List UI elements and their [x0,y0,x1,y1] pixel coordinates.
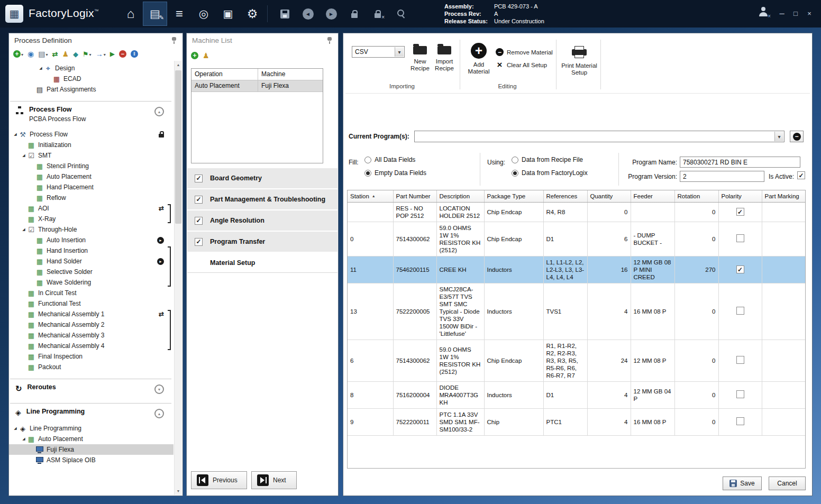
cell-station[interactable] [348,202,393,222]
setup-step-angle-resolution[interactable]: Angle Resolution [187,210,337,231]
step-checkbox[interactable] [195,238,203,246]
step-checkbox[interactable] [195,217,203,225]
tree-item-auto-placement[interactable]: Auto Placement [9,171,174,182]
tree-item-selective-solder[interactable]: Selective Solder [9,267,174,277]
column-header-rotation[interactable]: Rotation [674,190,718,202]
polarity-checkbox[interactable] [736,208,744,216]
unlock-button[interactable] [366,2,389,26]
cell-package-type[interactable]: Inductors [484,256,543,283]
polarity-checkbox[interactable] [736,356,744,364]
cell-part-number[interactable]: 7546200115 [393,256,436,283]
cell-description[interactable]: PTC 1.1A 33V SMD SM1 MF-SM100/33-2 [436,408,484,435]
pin-icon[interactable] [170,36,177,44]
cell-references[interactable]: L1, L1-L2, L2, L2-L3, L3, L3-L4, L4, L4 [543,256,587,283]
print-button[interactable] [37,49,49,59]
cell-package-type[interactable]: Chip Endcap [484,340,543,381]
column-header-part-marking[interactable]: Part Marking [762,190,805,202]
fill-option-empty-data-fields[interactable]: Empty Data Fields [364,169,426,177]
tree-item-hand-solder[interactable]: Hand Solder [9,256,174,267]
cell-station[interactable]: 0 [348,222,393,256]
deactivate-button[interactable] [118,49,127,59]
column-header-package-type[interactable]: Package Type [484,190,543,202]
tree-item-hand-insertion[interactable]: Hand Insertion [9,245,174,256]
tree-item-mechanical-assembly-3[interactable]: Mechanical Assembly 3 [9,330,174,341]
using-option-data-from-factorylogix[interactable]: Data from FactoryLogix [512,169,588,177]
documents-button[interactable] [216,2,240,26]
minimize-button[interactable]: ─ [777,10,787,18]
expander-icon[interactable] [21,153,27,158]
back-button[interactable] [296,2,320,26]
tree-item-stencil-printing[interactable]: Stencil Printing [9,161,174,171]
tree-item-functional-test[interactable]: Functional Test [9,298,174,309]
cell-quantity[interactable]: 0 [587,202,631,222]
polarity-checkbox[interactable] [736,265,744,273]
cell-rotation[interactable]: 0 [674,408,718,435]
forward-button[interactable] [320,2,343,26]
tree-item-packout[interactable]: Packout [9,362,174,372]
tree-item-reflow[interactable]: Reflow [9,193,174,203]
column-header-machine[interactable]: Machine [258,69,323,80]
save-button[interactable] [273,2,296,26]
cell-references[interactable]: R1, R1-R2, R2, R2-R3, R3, R3, R5, R5-R6,… [543,340,587,381]
program-version-input[interactable]: 2 [680,171,764,182]
cell-package-type[interactable]: Inductors [484,283,543,340]
cell-station[interactable]: 9 [348,408,393,435]
cell-package-type[interactable]: Inductors [484,381,543,408]
cell-feeder[interactable]: - DUMP BUCKET - [631,222,674,256]
collapse-section-button[interactable] [154,409,164,418]
cell-quantity[interactable]: 24 [587,340,631,381]
clear-all-setup-button[interactable]: Clear All Setup [496,61,547,69]
cell-station[interactable]: 6 [348,340,393,381]
cell-description[interactable]: 59.0 OHMS 1W 1% RESISTOR KH (2512) [436,340,484,381]
remove-material-button[interactable]: Remove Material [496,48,553,56]
cell-rotation[interactable]: 270 [674,256,718,283]
cell-quantity[interactable]: 4 [587,381,631,408]
cell-description[interactable]: 59.0 OHMS 1W 1% RESISTOR KH (2512) [436,222,484,256]
close-button[interactable]: × [804,10,815,18]
scroll-down-button[interactable] [175,487,182,495]
add-button[interactable] [12,49,24,59]
cell-part-marking[interactable] [762,408,805,435]
column-header-part-number[interactable]: Part Number [393,190,436,202]
cell-polarity[interactable] [718,202,762,222]
cell-package-type[interactable]: Chip Endcap [484,202,543,222]
lock-button[interactable] [343,2,366,26]
tree-item-wave-soldering[interactable]: Wave Soldering [9,277,174,288]
column-header-references[interactable]: References [543,190,587,202]
cell-part-marking[interactable] [762,256,805,283]
home-button[interactable] [118,2,143,26]
column-header-feeder[interactable]: Feeder [631,190,674,202]
tree-item-in-circuit-test[interactable]: In Circuit Test [9,288,174,298]
cell-station[interactable]: 11 [348,256,393,283]
cancel-button[interactable]: Cancel [769,476,806,490]
cell-references[interactable]: PTC1 [543,408,587,435]
ink-button[interactable] [72,49,79,59]
dropdown-arrow-icon[interactable] [774,132,783,141]
machine-row[interactable]: Auto PlacementFuji Flexa [191,80,323,92]
cell-feeder[interactable]: 16 MM 08 P [631,283,674,340]
tree-item-initialization[interactable]: Initialization [9,140,174,150]
suspend-button[interactable] [130,49,139,59]
program-name-input[interactable]: 7580300271 RD BIN E [680,157,800,168]
expander-icon[interactable] [12,426,19,430]
user-session-button[interactable]: × [758,7,770,19]
column-header-polarity[interactable]: Polarity [718,190,762,202]
scrollbar[interactable] [174,61,182,495]
line-programming-section[interactable]: Line Programming [10,403,171,420]
flag-button[interactable] [81,49,93,59]
cell-part-number[interactable]: RES - NO POP 2512 [393,202,436,222]
add-button[interactable] [190,50,199,61]
save-button[interactable]: Save [723,476,762,490]
cell-rotation[interactable]: 0 [674,222,718,256]
release-search-button[interactable] [389,2,413,26]
tree-item-mechanical-assembly-4[interactable]: Mechanical Assembly 4 [9,341,174,351]
cell-feeder[interactable]: 12 MM 08 P [631,340,674,381]
cell-part-marking[interactable] [762,222,805,256]
fill-option-all-data-fields[interactable]: All Data Fields [364,155,426,164]
export-button[interactable] [95,49,107,59]
cell-polarity[interactable] [718,340,762,381]
activate-button[interactable] [109,49,116,59]
cell-references[interactable]: R4, R8 [543,202,587,222]
cell-quantity[interactable]: 4 [587,408,631,435]
refresh-button[interactable] [51,49,59,59]
